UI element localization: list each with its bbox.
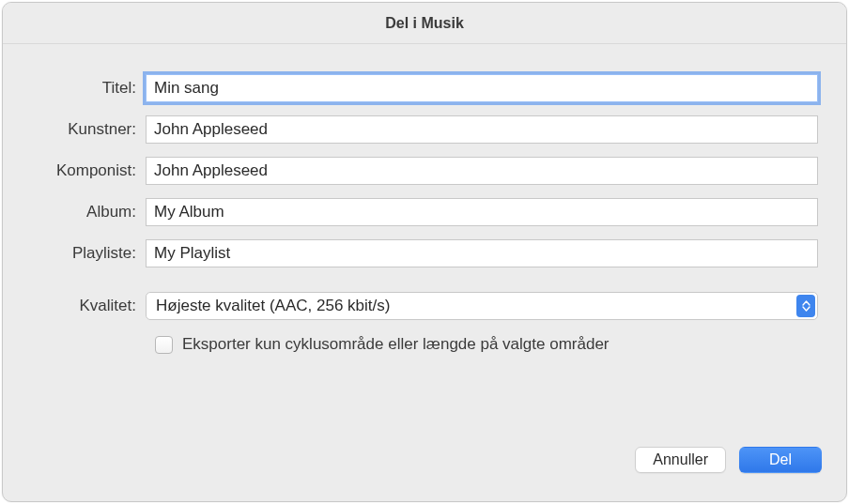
updown-arrows-icon — [796, 295, 815, 317]
export-cycle-label: Eksporter kun cyklusområde eller længde … — [182, 335, 610, 354]
row-artist: Kunstner: — [31, 115, 818, 144]
field-wrap-quality: Højeste kvalitet (AAC, 256 kbit/s) — [146, 292, 818, 320]
label-playlist: Playliste: — [31, 244, 146, 263]
cancel-button-label: Annuller — [653, 451, 708, 468]
row-quality: Kvalitet: Højeste kvalitet (AAC, 256 kbi… — [31, 292, 818, 320]
label-quality: Kvalitet: — [31, 297, 146, 315]
composer-input[interactable] — [146, 157, 818, 185]
field-wrap-playlist — [146, 239, 818, 267]
label-title: Titel: — [31, 79, 146, 98]
playlist-input[interactable] — [146, 239, 818, 267]
row-playlist: Playliste: — [31, 239, 818, 267]
label-artist: Kunstner: — [31, 120, 146, 139]
row-album: Album: — [31, 198, 818, 226]
dialog-titlebar: Del i Musik — [3, 3, 846, 44]
title-input[interactable] — [146, 74, 818, 102]
quality-selected-text: Højeste kvalitet (AAC, 256 kbit/s) — [156, 297, 390, 315]
share-button[interactable]: Del — [739, 447, 822, 473]
row-title: Titel: — [31, 74, 818, 102]
label-composer: Komponist: — [31, 161, 146, 180]
field-wrap-title — [146, 74, 818, 102]
artist-input[interactable] — [146, 115, 818, 144]
dialog-title: Del i Musik — [385, 15, 464, 32]
dialog-content: Titel: Kunstner: Komponist: Album: Playl — [3, 44, 846, 437]
quality-select[interactable]: Højeste kvalitet (AAC, 256 kbit/s) — [146, 292, 818, 320]
label-album: Album: — [31, 203, 146, 221]
export-cycle-checkbox[interactable] — [155, 336, 173, 354]
share-dialog: Del i Musik Titel: Kunstner: Komponist: … — [2, 2, 847, 502]
cancel-button[interactable]: Annuller — [635, 447, 726, 473]
field-wrap-composer — [146, 157, 818, 185]
row-export-cycle: Eksporter kun cyklusområde eller længde … — [155, 335, 818, 354]
share-button-label: Del — [769, 451, 792, 468]
dialog-footer: Annuller Del — [3, 437, 846, 501]
field-wrap-album — [146, 198, 818, 226]
row-composer: Komponist: — [31, 157, 818, 185]
field-wrap-artist — [146, 115, 818, 144]
album-input[interactable] — [146, 198, 818, 226]
